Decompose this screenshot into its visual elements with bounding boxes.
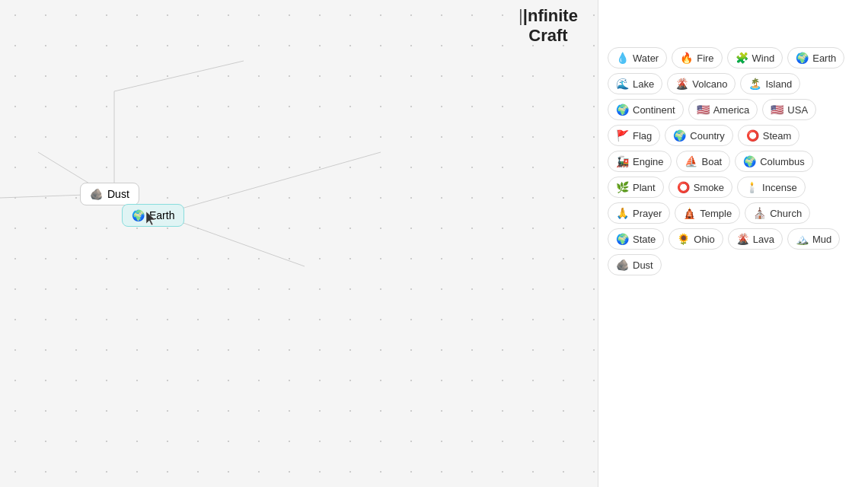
volcano-label: Volcano — [692, 78, 727, 90]
lava-label: Lava — [753, 234, 774, 245]
boat-label: Boat — [701, 156, 722, 167]
america-icon: 🇺🇸 — [697, 103, 710, 116]
chip-steam[interactable]: ⭕Steam — [738, 125, 800, 146]
incense-label: Incense — [762, 182, 797, 193]
earth-icon: 🌍 — [796, 52, 809, 64]
chip-plant[interactable]: 🌿Plant — [608, 177, 664, 198]
temple-icon: 🛕 — [683, 207, 696, 219]
chip-ohio[interactable]: 🌻Ohio — [669, 228, 723, 250]
earth-icon: 🌍 — [132, 209, 145, 221]
prayer-icon: 🙏 — [616, 207, 629, 219]
chip-engine[interactable]: 🚂Engine — [608, 151, 672, 172]
chip-incense[interactable]: 🕯️Incense — [737, 177, 806, 198]
canvas-earth-item[interactable]: 🌍 Earth — [122, 204, 184, 227]
app-header: ||nfinite Craft — [503, 6, 594, 46]
canvas-dust-item[interactable]: 🪨 Dust — [80, 183, 139, 205]
continent-label: Continent — [633, 104, 675, 116]
chip-state[interactable]: 🌍State — [608, 228, 664, 250]
chip-fire[interactable]: 🔥Fire — [672, 47, 722, 68]
earth-label: Earth — [149, 209, 174, 221]
connection-lines — [0, 0, 598, 487]
mud-icon: 🏔️ — [796, 233, 809, 245]
lake-label: Lake — [633, 78, 654, 90]
chip-country[interactable]: 🌍Country — [665, 125, 733, 146]
chip-flag[interactable]: 🚩Flag — [608, 125, 660, 146]
state-label: State — [633, 234, 656, 245]
chip-mud[interactable]: 🏔️Mud — [787, 228, 840, 250]
plant-icon: 🌿 — [616, 181, 629, 193]
columbus-label: Columbus — [760, 156, 805, 167]
smoke-label: Smoke — [694, 182, 724, 193]
flag-icon: 🚩 — [616, 129, 629, 142]
water-label: Water — [633, 53, 659, 64]
church-label: Church — [770, 208, 802, 219]
wind-icon: 🧩 — [736, 52, 748, 64]
boat-icon: ⛵ — [685, 155, 697, 167]
church-icon: ⛪ — [753, 207, 766, 219]
engine-icon: 🚂 — [616, 155, 629, 167]
chip-grid: 💧Water🔥Fire🧩Wind🌍Earth🌊Lake🌋Volcano🏝️Isl… — [608, 8, 859, 275]
elements-sidebar[interactable]: 💧Water🔥Fire🧩Wind🌍Earth🌊Lake🌋Volcano🏝️Isl… — [598, 0, 868, 487]
incense-icon: 🕯️ — [745, 181, 758, 193]
app-title-craft: Craft — [528, 26, 567, 45]
continent-icon: 🌍 — [616, 103, 629, 116]
svg-line-5 — [114, 61, 244, 91]
state-icon: 🌍 — [616, 233, 629, 245]
columbus-icon: 🌍 — [743, 155, 756, 167]
chip-church[interactable]: ⛪Church — [745, 202, 810, 224]
fire-label: Fire — [697, 53, 713, 64]
volcano-icon: 🌋 — [675, 78, 688, 90]
temple-label: Temple — [700, 208, 732, 219]
island-label: Island — [765, 78, 792, 90]
chip-usa[interactable]: 🇺🇸USA — [762, 99, 816, 120]
ohio-label: Ohio — [694, 234, 714, 245]
wind-label: Wind — [752, 53, 775, 64]
chip-columbus[interactable]: 🌍Columbus — [735, 151, 813, 172]
chip-water[interactable]: 💧Water — [608, 47, 667, 68]
chip-wind[interactable]: 🧩Wind — [727, 47, 783, 68]
chip-volcano[interactable]: 🌋Volcano — [667, 73, 736, 94]
chip-boat[interactable]: ⛵Boat — [676, 151, 730, 172]
chip-dust[interactable]: 🪨Dust — [608, 254, 662, 275]
svg-line-3 — [160, 152, 381, 215]
chip-continent[interactable]: 🌍Continent — [608, 99, 684, 120]
prayer-label: Prayer — [633, 208, 662, 219]
chip-prayer[interactable]: 🙏Prayer — [608, 202, 670, 224]
island-icon: 🏝️ — [748, 78, 761, 90]
america-label: America — [713, 104, 750, 116]
dust-icon: 🪨 — [616, 259, 629, 271]
chip-temple[interactable]: 🛕Temple — [675, 202, 740, 224]
dust-icon: 🪨 — [90, 188, 103, 200]
water-icon: 💧 — [616, 52, 629, 64]
usa-label: USA — [787, 104, 808, 116]
chip-lava[interactable]: 🌋Lava — [728, 228, 783, 250]
dust-label: Dust — [633, 259, 653, 271]
lake-icon: 🌊 — [616, 78, 629, 90]
chip-smoke[interactable]: ⭕Smoke — [669, 177, 732, 198]
steam-icon: ⭕ — [746, 129, 759, 142]
ohio-icon: 🌻 — [677, 233, 690, 245]
smoke-icon: ⭕ — [677, 181, 690, 193]
app-title: ||nfinite Craft — [503, 6, 594, 46]
chip-island[interactable]: 🏝️Island — [740, 73, 800, 94]
craft-canvas[interactable]: 🪨 Dust 🌍 Earth — [0, 0, 598, 487]
country-label: Country — [690, 130, 725, 142]
fire-icon: 🔥 — [680, 52, 693, 64]
chip-lake[interactable]: 🌊Lake — [608, 73, 662, 94]
mud-label: Mud — [812, 234, 831, 245]
plant-label: Plant — [633, 182, 656, 193]
country-icon: 🌍 — [673, 129, 686, 142]
dust-label: Dust — [107, 188, 129, 200]
chip-earth[interactable]: 🌍Earth — [787, 47, 844, 68]
lava-icon: 🌋 — [736, 233, 749, 245]
chip-america[interactable]: 🇺🇸America — [688, 99, 758, 120]
earth-label: Earth — [812, 53, 836, 64]
flag-label: Flag — [633, 130, 652, 142]
engine-label: Engine — [633, 156, 663, 167]
steam-label: Steam — [763, 130, 792, 142]
usa-icon: 🇺🇸 — [771, 103, 783, 116]
